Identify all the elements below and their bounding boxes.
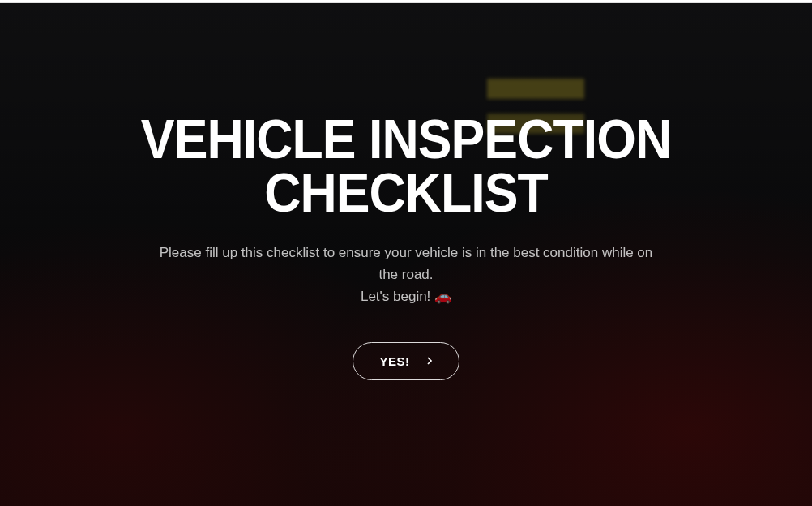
start-button[interactable]: YES! — [353, 342, 459, 380]
chevron-right-icon — [423, 354, 436, 367]
hero-section: VEHICLE INSPECTION CHECKLIST Please fill… — [0, 3, 812, 506]
start-button-label: YES! — [379, 354, 409, 368]
page-subtitle: Please fill up this checklist to ensure … — [155, 242, 657, 308]
page-title: VEHICLE INSPECTION CHECKLIST — [62, 113, 750, 219]
browser-chrome-edge — [0, 0, 812, 3]
subtitle-line-2: Let's begin! 🚗 — [361, 289, 451, 304]
subtitle-line-1: Please fill up this checklist to ensure … — [160, 245, 653, 282]
content-wrapper: VEHICLE INSPECTION CHECKLIST Please fill… — [0, 113, 812, 380]
